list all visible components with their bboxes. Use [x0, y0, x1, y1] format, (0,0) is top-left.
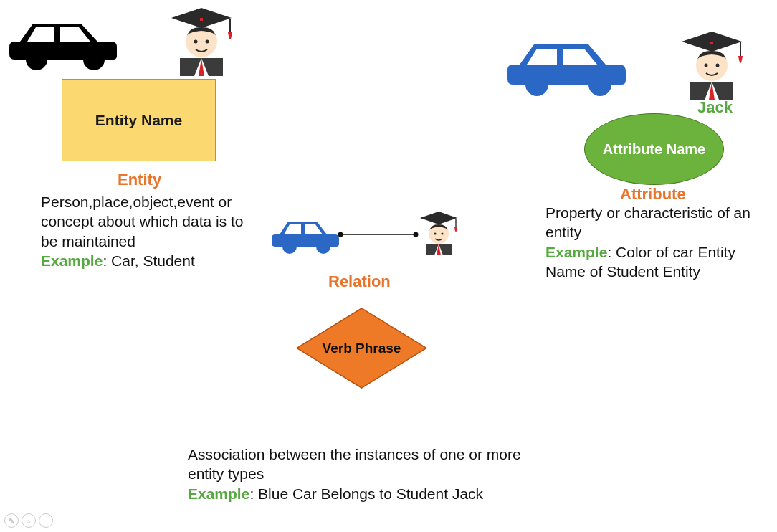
- svg-rect-9: [200, 18, 203, 21]
- svg-point-6: [194, 40, 198, 44]
- entity-example-text: : Car, Student: [103, 252, 194, 269]
- attribute-description-block: Property or characteristic of an entity …: [545, 203, 775, 281]
- svg-point-12: [590, 75, 610, 95]
- attribute-ellipse: Attribute Name: [584, 113, 724, 185]
- svg-point-32: [441, 232, 443, 234]
- relation-example-label: Example: [188, 485, 249, 502]
- svg-point-1: [85, 50, 103, 69]
- student-attribute-icon: [677, 26, 745, 101]
- entity-rectangle: Entity Name: [62, 79, 216, 161]
- entity-description-block: Person,place,object,event or concept abo…: [41, 192, 263, 270]
- svg-point-25: [338, 232, 343, 237]
- svg-marker-33: [420, 212, 457, 224]
- svg-point-0: [27, 50, 46, 69]
- entity-example-label: Example: [41, 252, 103, 269]
- svg-rect-20: [710, 42, 713, 44]
- attribute-ellipse-label: Attribute Name: [603, 141, 705, 158]
- relation-title: Relation: [328, 272, 391, 291]
- svg-point-17: [705, 64, 708, 67]
- entity-box-label: Entity Name: [95, 112, 182, 129]
- entity-description: Person,place,object,event or concept abo…: [41, 194, 244, 250]
- entity-title: Entity: [118, 171, 161, 189]
- relation-diamond-label: Verb Phrase: [323, 341, 401, 356]
- relation-example-text: : Blue Car Belongs to Student Jack: [249, 485, 483, 502]
- relation-description-block: Association between the instances of one…: [188, 445, 546, 503]
- svg-point-7: [206, 40, 209, 44]
- student-icon: [167, 2, 235, 77]
- svg-point-22: [283, 240, 296, 253]
- presentation-controls: ✎ ⌕ ⋯: [4, 513, 53, 528]
- zoom-control-icon[interactable]: ⌕: [22, 513, 36, 528]
- svg-point-18: [716, 64, 720, 67]
- attribute-title: Attribute: [620, 185, 686, 204]
- relation-student-icon: [417, 208, 460, 257]
- car-black-icon: [6, 13, 120, 74]
- svg-point-23: [317, 240, 330, 253]
- car-blue-icon: [504, 34, 629, 98]
- attribute-example-label: Example: [545, 244, 607, 260]
- student-name-label: Jack: [697, 98, 733, 117]
- relation-car-icon: [270, 215, 341, 257]
- relation-line: [337, 231, 419, 238]
- relation-description: Association between the instances of one…: [188, 446, 521, 482]
- svg-point-11: [527, 75, 547, 95]
- more-control-icon[interactable]: ⋯: [39, 513, 53, 528]
- pen-control-icon[interactable]: ✎: [4, 513, 19, 528]
- relation-diamond: Verb Phrase: [295, 307, 428, 389]
- svg-point-31: [434, 232, 436, 234]
- attribute-description: Property or characteristic of an entity: [545, 204, 750, 240]
